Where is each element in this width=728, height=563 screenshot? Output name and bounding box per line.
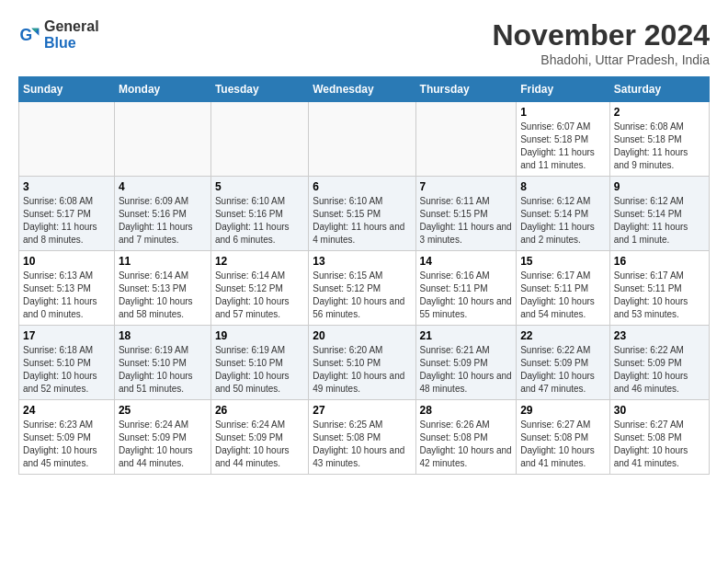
day-info: Sunrise: 6:20 AMSunset: 5:10 PMDaylight:… [313,344,411,396]
header-thursday: Thursday [415,77,517,102]
calendar-cell: 4Sunrise: 6:09 AMSunset: 5:16 PMDaylight… [114,177,210,251]
day-info: Sunrise: 6:27 AMSunset: 5:08 PMDaylight:… [520,419,606,470]
day-info: Sunrise: 6:25 AMSunset: 5:08 PMDaylight:… [313,419,411,470]
page-header: G General Blue November 2024 Bhadohi, Ut… [18,18,710,67]
calendar-cell: 17Sunrise: 6:18 AMSunset: 5:10 PMDayligh… [19,326,115,400]
calendar-cell: 30Sunrise: 6:27 AMSunset: 5:08 PMDayligh… [609,400,709,475]
calendar-cell: 26Sunrise: 6:24 AMSunset: 5:09 PMDayligh… [210,400,308,475]
day-number: 5 [215,180,304,193]
day-info: Sunrise: 6:21 AMSunset: 5:09 PMDaylight:… [420,344,513,396]
title-area: November 2024 Bhadohi, Uttar Pradesh, In… [492,18,710,67]
day-info: Sunrise: 6:22 AMSunset: 5:09 PMDaylight:… [520,344,606,396]
day-info: Sunrise: 6:16 AMSunset: 5:11 PMDaylight:… [420,270,513,321]
day-number: 12 [215,255,304,268]
header-tuesday: Tuesday [210,77,308,102]
day-info: Sunrise: 6:24 AMSunset: 5:09 PMDaylight:… [119,419,207,470]
calendar-cell: 13Sunrise: 6:15 AMSunset: 5:12 PMDayligh… [309,251,415,326]
header-saturday: Saturday [609,77,709,102]
day-number: 1 [520,106,606,119]
day-number: 16 [614,255,705,268]
day-number: 14 [420,255,513,268]
day-info: Sunrise: 6:23 AMSunset: 5:09 PMDaylight:… [23,419,110,470]
day-info: Sunrise: 6:24 AMSunset: 5:09 PMDaylight:… [215,419,304,470]
day-number: 9 [614,180,705,193]
calendar-cell [415,102,517,177]
day-info: Sunrise: 6:15 AMSunset: 5:12 PMDaylight:… [313,270,411,321]
day-number: 26 [215,404,304,417]
calendar-cell: 28Sunrise: 6:26 AMSunset: 5:08 PMDayligh… [415,400,517,475]
day-number: 19 [215,329,304,342]
logo-general: General [44,18,99,34]
calendar-cell: 8Sunrise: 6:12 AMSunset: 5:14 PMDaylight… [517,177,610,251]
day-info: Sunrise: 6:12 AMSunset: 5:14 PMDaylight:… [520,195,606,247]
day-info: Sunrise: 6:12 AMSunset: 5:14 PMDaylight:… [614,195,705,247]
day-number: 11 [119,255,207,268]
day-info: Sunrise: 6:09 AMSunset: 5:16 PMDaylight:… [119,195,207,247]
calendar-cell: 25Sunrise: 6:24 AMSunset: 5:09 PMDayligh… [114,400,210,475]
week-row-3: 10Sunrise: 6:13 AMSunset: 5:13 PMDayligh… [19,251,710,326]
day-number: 10 [23,255,110,268]
calendar-cell: 2Sunrise: 6:08 AMSunset: 5:18 PMDaylight… [609,102,709,177]
calendar-table: SundayMondayTuesdayWednesdayThursdayFrid… [18,76,710,475]
calendar-cell: 6Sunrise: 6:10 AMSunset: 5:15 PMDaylight… [309,177,415,251]
day-info: Sunrise: 6:07 AMSunset: 5:18 PMDaylight:… [520,121,606,172]
day-info: Sunrise: 6:22 AMSunset: 5:09 PMDaylight:… [614,344,705,396]
day-info: Sunrise: 6:13 AMSunset: 5:13 PMDaylight:… [23,270,110,321]
calendar-cell: 18Sunrise: 6:19 AMSunset: 5:10 PMDayligh… [114,326,210,400]
day-number: 28 [420,404,513,417]
calendar-cell [114,102,210,177]
calendar-cell: 21Sunrise: 6:21 AMSunset: 5:09 PMDayligh… [415,326,517,400]
header-wednesday: Wednesday [309,77,415,102]
calendar-cell: 10Sunrise: 6:13 AMSunset: 5:13 PMDayligh… [19,251,115,326]
day-info: Sunrise: 6:14 AMSunset: 5:12 PMDaylight:… [215,270,304,321]
calendar-cell: 19Sunrise: 6:19 AMSunset: 5:10 PMDayligh… [210,326,308,400]
month-title: November 2024 [492,18,710,52]
calendar-cell: 9Sunrise: 6:12 AMSunset: 5:14 PMDaylight… [609,177,709,251]
header-friday: Friday [517,77,610,102]
calendar-cell: 27Sunrise: 6:25 AMSunset: 5:08 PMDayligh… [309,400,415,475]
calendar-cell [309,102,415,177]
day-info: Sunrise: 6:19 AMSunset: 5:10 PMDaylight:… [215,344,304,396]
calendar-cell: 20Sunrise: 6:20 AMSunset: 5:10 PMDayligh… [309,326,415,400]
header-monday: Monday [114,77,210,102]
calendar-cell: 29Sunrise: 6:27 AMSunset: 5:08 PMDayligh… [517,400,610,475]
svg-text:G: G [20,26,33,44]
calendar-cell [19,102,115,177]
day-number: 6 [313,180,411,193]
calendar-cell: 1Sunrise: 6:07 AMSunset: 5:18 PMDaylight… [517,102,610,177]
calendar-cell: 12Sunrise: 6:14 AMSunset: 5:12 PMDayligh… [210,251,308,326]
header-sunday: Sunday [19,77,115,102]
calendar-cell: 15Sunrise: 6:17 AMSunset: 5:11 PMDayligh… [517,251,610,326]
day-number: 18 [119,329,207,342]
day-info: Sunrise: 6:18 AMSunset: 5:10 PMDaylight:… [23,344,110,396]
week-row-4: 17Sunrise: 6:18 AMSunset: 5:10 PMDayligh… [19,326,710,400]
day-info: Sunrise: 6:08 AMSunset: 5:18 PMDaylight:… [614,121,705,172]
calendar-cell: 11Sunrise: 6:14 AMSunset: 5:13 PMDayligh… [114,251,210,326]
day-number: 2 [614,106,705,119]
calendar-cell [210,102,308,177]
day-number: 8 [520,180,606,193]
day-info: Sunrise: 6:10 AMSunset: 5:15 PMDaylight:… [313,195,411,247]
day-number: 7 [420,180,513,193]
day-info: Sunrise: 6:10 AMSunset: 5:16 PMDaylight:… [215,195,304,247]
day-info: Sunrise: 6:11 AMSunset: 5:15 PMDaylight:… [420,195,513,247]
day-info: Sunrise: 6:26 AMSunset: 5:08 PMDaylight:… [420,419,513,470]
day-number: 22 [520,329,606,342]
day-number: 20 [313,329,411,342]
calendar-cell: 24Sunrise: 6:23 AMSunset: 5:09 PMDayligh… [19,400,115,475]
logo-blue: Blue [44,35,76,51]
calendar-cell: 5Sunrise: 6:10 AMSunset: 5:16 PMDaylight… [210,177,308,251]
logo-icon: G [18,24,40,46]
day-number: 3 [23,180,110,193]
day-info: Sunrise: 6:17 AMSunset: 5:11 PMDaylight:… [520,270,606,321]
calendar-cell: 3Sunrise: 6:08 AMSunset: 5:17 PMDaylight… [19,177,115,251]
day-number: 29 [520,404,606,417]
calendar-cell: 16Sunrise: 6:17 AMSunset: 5:11 PMDayligh… [609,251,709,326]
week-row-5: 24Sunrise: 6:23 AMSunset: 5:09 PMDayligh… [19,400,710,475]
day-number: 15 [520,255,606,268]
day-number: 24 [23,404,110,417]
day-info: Sunrise: 6:14 AMSunset: 5:13 PMDaylight:… [119,270,207,321]
calendar-cell: 22Sunrise: 6:22 AMSunset: 5:09 PMDayligh… [517,326,610,400]
day-info: Sunrise: 6:17 AMSunset: 5:11 PMDaylight:… [614,270,705,321]
day-number: 30 [614,404,705,417]
